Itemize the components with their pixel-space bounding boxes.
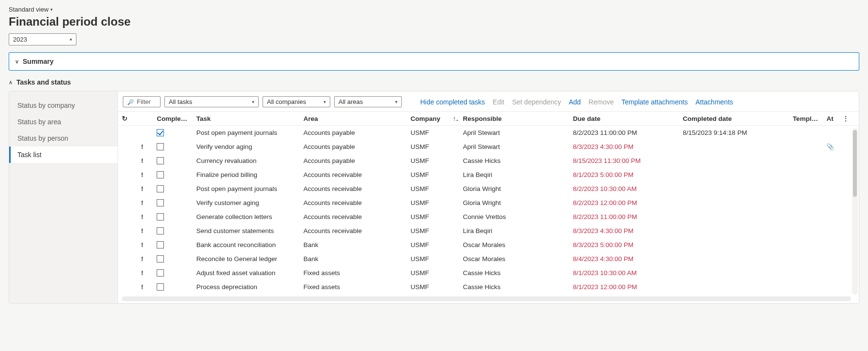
completed-checkbox[interactable] — [157, 171, 164, 178]
cell-due-date: 8/2/2023 11:00:00 PM — [569, 210, 679, 224]
cell-attachment — [823, 182, 839, 196]
companies-filter-combo[interactable]: All companies ▾ — [263, 96, 330, 107]
table-row[interactable]: !Finalize period billingAccounts receiva… — [118, 168, 859, 182]
cell-template — [789, 168, 823, 182]
cell-template — [789, 210, 823, 224]
task-list-panel: Filter All tasks ▾ All companies ▾ All a… — [118, 91, 859, 303]
col-task[interactable]: Task — [192, 112, 300, 126]
col-completed[interactable]: Completed — [153, 112, 192, 126]
cell-attachment — [823, 126, 839, 140]
cell-attachment — [823, 252, 839, 266]
cell-task: Generate collection letters — [192, 210, 300, 224]
table-row[interactable]: !Send customer statementsAccounts receiv… — [118, 224, 859, 238]
completed-checkbox[interactable] — [157, 213, 164, 220]
table-row[interactable]: !Verify customer agingAccounts receivabl… — [118, 196, 859, 210]
col-template[interactable]: Templat... — [789, 112, 823, 126]
completed-checkbox[interactable] — [157, 129, 164, 136]
attachments-button[interactable]: Attachments — [693, 98, 735, 106]
cell-task: Post open payment journals — [192, 126, 300, 140]
completed-checkbox[interactable] — [157, 255, 164, 263]
view-switcher[interactable]: Standard view ▾ — [9, 4, 53, 15]
completed-checkbox[interactable] — [157, 157, 164, 164]
completed-checkbox[interactable] — [157, 241, 164, 249]
cell-completed-date — [679, 182, 789, 196]
edit-button[interactable]: Edit — [491, 98, 506, 106]
table-row[interactable]: !Bank account reconciliationBankUSMFOsca… — [118, 238, 859, 252]
remove-button[interactable]: Remove — [587, 98, 616, 106]
alert-icon: ! — [137, 196, 153, 210]
cell-task: Send customer statements — [192, 224, 300, 238]
more-columns-icon[interactable] — [842, 115, 849, 122]
table-row[interactable]: !Verify vendor agingAccounts payableUSMF… — [118, 140, 859, 154]
alert-icon: ! — [137, 224, 153, 238]
add-button[interactable]: Add — [567, 98, 583, 106]
table-row[interactable]: !Reconcile to General ledgerBankUSMFOsca… — [118, 252, 859, 266]
cell-responsible: Connie Vrettos — [459, 210, 569, 224]
cell-area: Accounts receivable — [299, 196, 407, 210]
hide-completed-button[interactable]: Hide completed tasks — [418, 98, 487, 106]
table-row[interactable]: !Process depreciationFixed assetsUSMFCas… — [118, 280, 859, 294]
filter-input[interactable]: Filter — [123, 96, 161, 107]
col-completed-date[interactable]: Completed date — [679, 112, 789, 126]
cell-responsible: Cassie Hicks — [459, 154, 569, 168]
cell-due-date: 8/15/2023 11:30:00 PM — [569, 154, 679, 168]
cell-task: Verify vendor aging — [192, 140, 300, 154]
table-row[interactable]: !Currency revaluationAccounts payableUSM… — [118, 154, 859, 168]
cell-completed-date — [679, 252, 789, 266]
cell-due-date: 8/4/2023 4:30:00 PM — [569, 252, 679, 266]
summary-section-header[interactable]: Summary — [9, 52, 859, 71]
sidebar-item-status-by-person[interactable]: Status by person — [9, 130, 118, 146]
vertical-scrollbar[interactable] — [852, 128, 858, 294]
chevron-down-icon: ▾ — [395, 99, 397, 104]
year-select[interactable]: 2023 ▾ — [9, 33, 76, 45]
cell-area: Accounts receivable — [299, 182, 407, 196]
alert-icon — [137, 126, 153, 140]
sort-asc-icon[interactable] — [453, 115, 456, 122]
col-area[interactable]: Area — [299, 112, 407, 126]
page-title: Financial period close — [9, 15, 859, 29]
sidebar-item-status-by-company[interactable]: Status by company — [9, 97, 118, 114]
cell-completed-date — [679, 140, 789, 154]
alert-icon: ! — [137, 280, 153, 294]
cell-responsible: Lira Beqiri — [459, 168, 569, 182]
tasks-section-header[interactable]: Tasks and status — [9, 75, 859, 89]
cell-task: Process depreciation — [192, 280, 300, 294]
tasks-content: Status by companyStatus by areaStatus by… — [9, 91, 859, 304]
summary-title: Summary — [23, 58, 54, 65]
col-at[interactable]: At — [823, 112, 839, 126]
table-row[interactable]: !Generate collection lettersAccounts rec… — [118, 210, 859, 224]
completed-checkbox[interactable] — [157, 283, 164, 291]
col-responsible[interactable]: Responsible — [459, 112, 569, 126]
cell-template — [789, 196, 823, 210]
cell-template — [789, 154, 823, 168]
refresh-icon[interactable]: ↻ — [122, 115, 128, 122]
cell-company: USMF — [407, 182, 449, 196]
scrollbar-thumb[interactable] — [853, 130, 857, 197]
alert-icon: ! — [137, 154, 153, 168]
table-row[interactable]: Post open payment journalsAccounts payab… — [118, 126, 859, 140]
areas-filter-combo[interactable]: All areas ▾ — [334, 96, 402, 107]
table-row[interactable]: !Adjust fixed asset valuationFixed asset… — [118, 266, 859, 280]
completed-checkbox[interactable] — [157, 199, 164, 206]
sidebar-item-task-list[interactable]: Task list — [9, 146, 118, 163]
template-attachments-button[interactable]: Template attachments — [619, 98, 690, 106]
completed-checkbox[interactable] — [157, 269, 164, 277]
completed-checkbox[interactable] — [157, 143, 164, 150]
table-row[interactable]: !Post open payment journalsAccounts rece… — [118, 182, 859, 196]
horizontal-scrollbar[interactable] — [122, 296, 851, 301]
sidebar-item-status-by-area[interactable]: Status by area — [9, 114, 118, 130]
cell-task: Adjust fixed asset valuation — [192, 266, 300, 280]
tasks-filter-combo[interactable]: All tasks ▾ — [164, 96, 259, 107]
completed-checkbox[interactable] — [157, 227, 164, 234]
cell-responsible: Lira Beqiri — [459, 224, 569, 238]
set-dependency-button[interactable]: Set dependency — [510, 98, 563, 106]
cell-template — [789, 280, 823, 294]
task-grid: ↻ Completed Task Area Company Responsibl… — [118, 112, 859, 294]
cell-responsible: Cassie Hicks — [459, 280, 569, 294]
completed-checkbox[interactable] — [157, 185, 164, 192]
col-due[interactable]: Due date — [569, 112, 679, 126]
cell-responsible: Gloria Wright — [459, 182, 569, 196]
cell-due-date: 8/1/2023 5:00:00 PM — [569, 168, 679, 182]
col-company[interactable]: Company — [407, 112, 449, 126]
cell-template — [789, 238, 823, 252]
